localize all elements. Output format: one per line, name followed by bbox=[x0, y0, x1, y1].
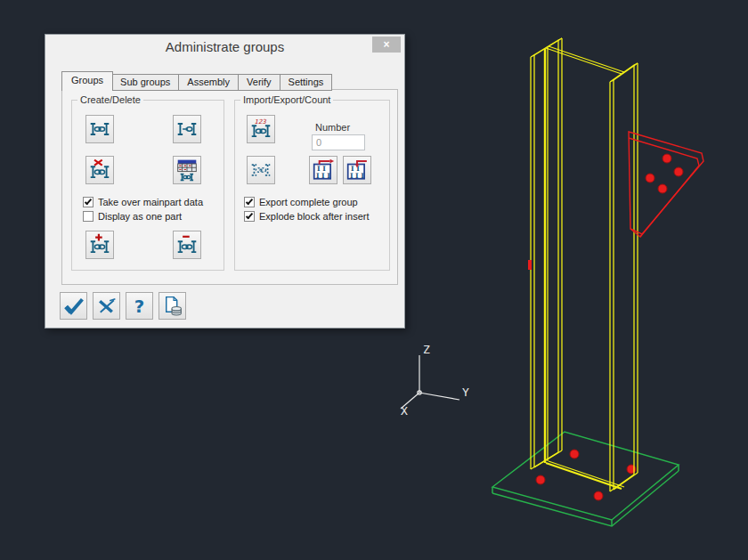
checkbox-take-over-mainpart[interactable]: Take over mainpart data bbox=[83, 197, 203, 207]
number-input[interactable] bbox=[312, 134, 365, 150]
save-database-icon bbox=[161, 295, 183, 317]
ok-check-icon bbox=[62, 295, 85, 317]
help-button[interactable]: ? bbox=[126, 292, 153, 320]
checkbox-export-complete-group[interactable]: Export complete group bbox=[244, 197, 358, 207]
insert-group-button[interactable] bbox=[247, 156, 275, 184]
create-group-button[interactable] bbox=[85, 115, 114, 143]
checkbox-label: Take over mainpart data bbox=[98, 197, 203, 207]
checkbox-label: Export complete group bbox=[259, 197, 358, 207]
tab-verify[interactable]: Verify bbox=[239, 74, 280, 91]
column-wireframe bbox=[531, 38, 638, 491]
checkbox-box[interactable] bbox=[83, 211, 94, 222]
tab-sub-groups[interactable]: Sub groups bbox=[112, 74, 179, 91]
tab-strip: GroupsSub groupsAssemblyVerifySettings bbox=[61, 71, 332, 90]
axis-label-z: Z bbox=[423, 343, 430, 356]
export-group-button[interactable]: I II I I bbox=[309, 156, 337, 184]
cancel-x-icon bbox=[95, 295, 118, 317]
checkbox-box[interactable] bbox=[83, 197, 94, 207]
axis-indicator bbox=[401, 355, 459, 409]
administrate-groups-dialog: Administrate groups × GroupsSub groupsAs… bbox=[45, 34, 405, 329]
cancel-button[interactable] bbox=[93, 292, 120, 320]
checkbox-display-one-part[interactable]: Display as one part bbox=[83, 211, 182, 222]
import-export-groupbox: Import/Export/Count 123 Number bbox=[234, 94, 390, 271]
remove-part-from-group-icon bbox=[175, 233, 199, 256]
check-mark-icon bbox=[246, 211, 253, 219]
dialog-title: Administrate groups bbox=[45, 35, 404, 60]
import-export-legend: Import/Export/Count bbox=[240, 94, 333, 105]
checkbox-explode-block[interactable]: Explode block after insert bbox=[244, 211, 370, 222]
base-plate-wireframe bbox=[492, 432, 679, 526]
column-red-mark bbox=[528, 260, 532, 270]
create-delete-legend: Create/Delete bbox=[77, 94, 143, 105]
gusset-plate-bolts bbox=[646, 154, 683, 193]
tab-assembly[interactable]: Assembly bbox=[179, 74, 239, 91]
close-button[interactable]: × bbox=[372, 37, 401, 53]
dialog-toolbar: ? bbox=[60, 292, 186, 320]
checkbox-box[interactable] bbox=[244, 197, 255, 207]
svg-text:I I I: I I I bbox=[316, 172, 330, 180]
delete-group-button[interactable] bbox=[85, 156, 114, 184]
add-part-to-group-icon bbox=[88, 233, 111, 256]
svg-text:?: ? bbox=[134, 296, 144, 317]
axis-label-y: Y bbox=[462, 386, 469, 399]
dissolve-group-icon bbox=[175, 118, 199, 141]
close-icon: × bbox=[383, 38, 389, 51]
check-mark-icon bbox=[246, 197, 253, 205]
svg-text:I I I: I I I bbox=[350, 172, 364, 180]
create-delete-groupbox: Create/Delete bbox=[71, 94, 224, 271]
number-label: Number bbox=[315, 122, 350, 133]
ok-button[interactable] bbox=[60, 292, 87, 320]
remove-part-from-group-button[interactable] bbox=[173, 231, 201, 259]
count-groups-icon: 123 bbox=[249, 118, 272, 141]
checkbox-box[interactable] bbox=[244, 211, 255, 222]
import-group-button[interactable]: I II I I bbox=[343, 156, 371, 184]
insert-group-dashed-icon bbox=[249, 158, 272, 182]
check-mark-icon bbox=[85, 197, 92, 205]
groups-tab-page: Create/Delete bbox=[61, 89, 398, 285]
svg-text:123: 123 bbox=[254, 118, 266, 126]
export-group-icon: I II I I bbox=[312, 158, 335, 182]
help-question-icon: ? bbox=[128, 295, 150, 317]
count-groups-button[interactable]: 123 bbox=[247, 115, 275, 143]
save-to-database-button[interactable] bbox=[159, 292, 186, 320]
create-group-chain-icon bbox=[88, 118, 111, 141]
import-group-icon: I II I I bbox=[346, 158, 369, 182]
group-structure-list-icon bbox=[175, 158, 199, 182]
delete-group-icon bbox=[88, 158, 111, 182]
checkbox-label: Explode block after insert bbox=[259, 211, 370, 222]
checkbox-label: Display as one part bbox=[98, 211, 182, 222]
tab-groups[interactable]: Groups bbox=[61, 71, 113, 91]
axis-label-x: X bbox=[401, 404, 408, 418]
dissolve-group-button[interactable] bbox=[173, 115, 201, 143]
add-part-to-group-button[interactable] bbox=[85, 231, 114, 259]
tab-settings[interactable]: Settings bbox=[280, 74, 333, 91]
group-structure-button[interactable] bbox=[173, 156, 201, 184]
gusset-plate-wireframe bbox=[629, 132, 703, 237]
dialog-titlebar[interactable]: Administrate groups × bbox=[45, 35, 404, 60]
